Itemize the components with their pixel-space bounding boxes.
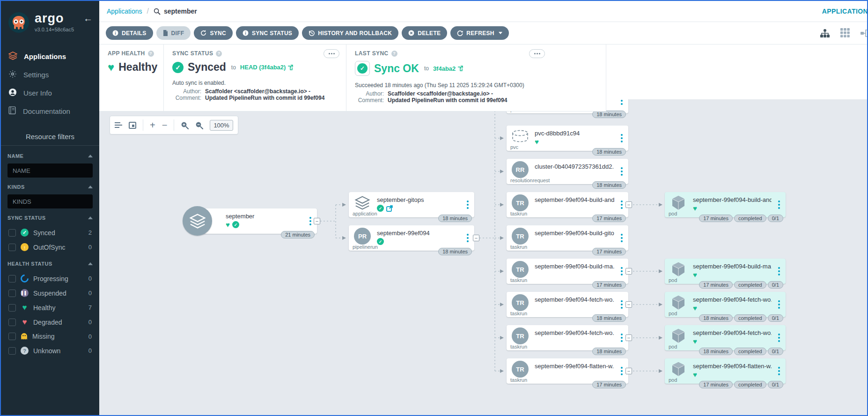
node-menu-icon[interactable] xyxy=(777,365,781,377)
kinds-filter-input[interactable] xyxy=(7,194,93,208)
node-menu-icon[interactable] xyxy=(619,365,624,377)
collapse-triangle-icon[interactable] xyxy=(88,262,93,265)
sidebar-item-settings[interactable]: Settings xyxy=(1,66,99,84)
checkbox[interactable] xyxy=(8,304,16,312)
sync-button[interactable]: SYNC xyxy=(194,26,233,40)
node-badge: 17 minutes xyxy=(699,215,733,222)
details-button[interactable]: iDETAILS xyxy=(106,26,153,40)
resource-tree-canvas[interactable]: + − 100% september♥✓21 minutesapplicatio… xyxy=(99,99,868,416)
graph-node-pipelinerun[interactable]: PRpipelinerunseptember-99ef094✓18 minute… xyxy=(349,225,474,251)
diff-button[interactable]: DIFF xyxy=(156,26,191,40)
node-menu-icon[interactable] xyxy=(619,99,624,106)
node-menu-icon[interactable] xyxy=(619,199,624,210)
zoom-out-icon[interactable]: − xyxy=(162,120,168,131)
delete-button[interactable]: DELETE xyxy=(402,26,447,40)
graph-node-pod[interactable]: podseptember-99ef094-build-ma...♥17 minu… xyxy=(665,259,786,284)
fit-to-screen-icon[interactable] xyxy=(129,122,136,129)
collapse-triangle-icon[interactable] xyxy=(88,155,93,157)
sync-status-menu-icon[interactable] xyxy=(324,49,339,58)
sync-target-link[interactable]: HEAD (3f4aba2) xyxy=(240,64,294,71)
graph-node-application[interactable]: applicationseptember-gitops✓18 minutes xyxy=(349,192,474,217)
graph-node-taskrun[interactable]: TRtaskrunseptember-99ef094-build-and...1… xyxy=(507,192,628,217)
checkbox[interactable] xyxy=(8,290,16,297)
pods-grid-view-icon[interactable] xyxy=(840,28,850,38)
collapse-children-button[interactable]: − xyxy=(625,301,632,308)
node-menu-icon[interactable] xyxy=(465,199,470,210)
collapse-triangle-icon[interactable] xyxy=(88,186,93,188)
external-link-icon[interactable] xyxy=(386,205,393,212)
collapse-children-button[interactable]: − xyxy=(625,201,632,208)
node-menu-icon[interactable] xyxy=(619,166,624,177)
graph-node-taskrun[interactable]: TRtaskrunseptember-99ef094-build-gito...… xyxy=(507,225,628,251)
graph-node-taskrun[interactable]: TRtaskrunseptember-99ef094-build-ma...17… xyxy=(507,259,628,284)
node-menu-icon[interactable] xyxy=(619,266,624,277)
graph-node-pod[interactable]: podseptember-99ef094-fetch-wo...♥18 minu… xyxy=(665,292,786,317)
help-icon[interactable]: ? xyxy=(391,51,397,57)
checkbox[interactable] xyxy=(8,244,16,251)
filter-option-degraded[interactable]: ♥Degraded0 xyxy=(7,315,93,329)
node-menu-icon[interactable] xyxy=(619,299,624,310)
collapse-children-button[interactable]: − xyxy=(473,235,479,241)
magnify-minus-icon[interactable] xyxy=(195,121,203,129)
node-badge: 18 minutes xyxy=(592,348,626,355)
app-search[interactable]: september xyxy=(154,7,197,15)
graph-node-pod[interactable]: podseptember-99ef094-flatten-w...♥17 min… xyxy=(665,358,786,384)
name-filter-input[interactable] xyxy=(7,163,93,178)
node-menu-icon[interactable] xyxy=(308,215,313,227)
graph-node-taskrun[interactable]: TRtaskrunseptember-99ef094-fetch-wo...18… xyxy=(507,325,628,350)
refresh-button[interactable]: REFRESH xyxy=(450,26,508,40)
sidebar-item-user-info[interactable]: User Info xyxy=(1,84,99,102)
node-menu-icon[interactable] xyxy=(777,299,781,310)
node-menu-icon[interactable] xyxy=(777,266,781,277)
filter-option-missing[interactable]: Missing0 xyxy=(7,329,93,343)
help-icon[interactable]: ? xyxy=(216,51,222,57)
node-name: september-gitops xyxy=(377,196,460,203)
filter-option-progressing[interactable]: Progressing0 xyxy=(7,271,93,286)
graph-node-pvc[interactable]: pvcpvc-d8bbd91c94♥18 minutes xyxy=(507,126,628,151)
sidebar-item-applications[interactable]: Applications xyxy=(1,47,99,66)
sync-icon xyxy=(200,30,206,36)
checkbox[interactable] xyxy=(8,333,16,340)
collapse-triangle-icon[interactable] xyxy=(88,216,93,219)
magnify-plus-icon[interactable] xyxy=(181,121,189,129)
filter-option-healthy[interactable]: ♥Healthy7 xyxy=(7,300,93,315)
last-sync-menu-icon[interactable] xyxy=(529,49,545,58)
help-icon[interactable]: ? xyxy=(148,51,154,57)
node-menu-icon[interactable] xyxy=(619,332,624,343)
zoom-level-value[interactable]: 100% xyxy=(210,120,233,131)
checkbox[interactable] xyxy=(8,347,16,355)
node-menu-icon[interactable] xyxy=(777,332,781,343)
graph-node-pod[interactable]: podseptember-99ef094-fetch-wo...♥18 minu… xyxy=(665,325,786,350)
node-menu-icon[interactable] xyxy=(619,133,624,144)
node-menu-icon[interactable] xyxy=(619,232,624,244)
graph-node-application[interactable]: september♥✓21 minutes xyxy=(198,208,317,234)
collapse-children-button[interactable]: − xyxy=(625,334,632,341)
collapse-children-button[interactable]: − xyxy=(625,368,632,374)
collapse-children-button[interactable]: − xyxy=(625,268,632,275)
graph-node-taskrun[interactable]: TRtaskrunseptember-99ef094-fetch-wo...18… xyxy=(507,292,628,317)
sidebar-collapse-icon[interactable]: ← xyxy=(83,13,93,24)
node-menu-icon[interactable] xyxy=(465,232,470,244)
graph-node-pod[interactable]: podseptember-99ef094-build-and...♥17 min… xyxy=(665,192,786,217)
node-menu-icon[interactable] xyxy=(777,199,781,210)
checkbox[interactable] xyxy=(8,319,16,326)
checkbox[interactable] xyxy=(8,229,16,237)
checkbox[interactable] xyxy=(8,275,16,282)
application-header-link[interactable]: APPLICATION xyxy=(822,7,868,15)
network-view-icon[interactable] xyxy=(861,29,868,38)
layout-icon[interactable] xyxy=(115,122,122,128)
last-sync-target-link[interactable]: 3f4aba2 xyxy=(433,65,463,72)
graph-node-resolutionrequest[interactable]: RRresolutionrequestcluster-0b40497235736… xyxy=(507,159,628,184)
filter-option-synced[interactable]: ✓Synced2 xyxy=(7,225,93,240)
breadcrumb-applications-link[interactable]: Applications xyxy=(107,7,142,15)
tree-view-icon[interactable] xyxy=(820,29,830,38)
sync-status-button[interactable]: iSYNC STATUS xyxy=(236,26,299,40)
filter-option-unknown[interactable]: ?Unknown0 xyxy=(7,343,93,358)
graph-node-taskrun[interactable]: TRtaskrunseptember-99ef094-flatten-w...1… xyxy=(507,358,628,384)
zoom-in-icon[interactable]: + xyxy=(150,120,155,131)
history-and-rollback-button[interactable]: HISTORY AND ROLLBACK xyxy=(302,26,398,40)
collapse-children-button[interactable]: − xyxy=(314,218,320,224)
filter-option-suspended[interactable]: ▌▌Suspended0 xyxy=(7,286,93,300)
filter-option-outofsync[interactable]: ↑OutOfSync0 xyxy=(7,240,93,254)
sidebar-item-documentation[interactable]: Documentation xyxy=(1,102,99,120)
